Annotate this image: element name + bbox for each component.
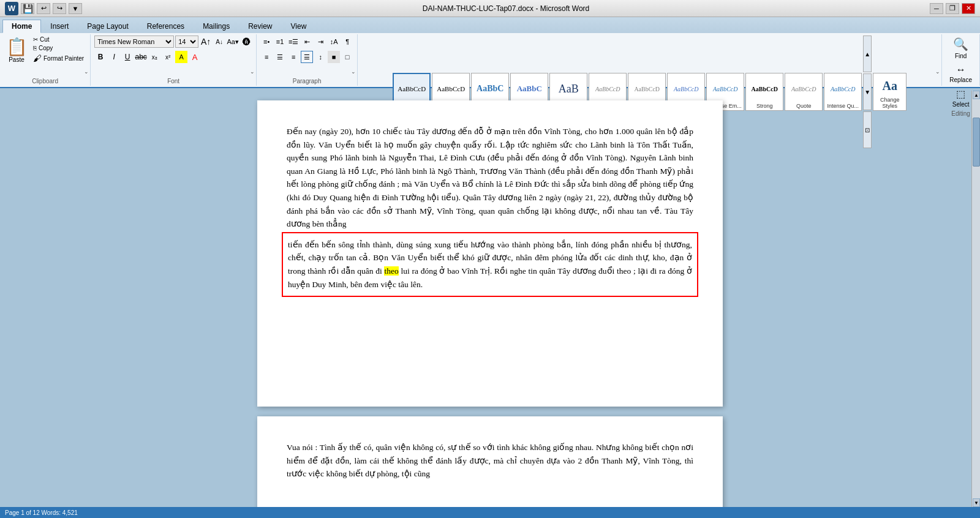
style-strong[interactable]: AaBbCcD Strong — [745, 73, 783, 111]
paragraph-expander[interactable]: ⌄ — [351, 69, 356, 75]
paste-label: Paste — [9, 56, 24, 63]
font-name-select[interactable]: Times New Roman — [94, 36, 174, 48]
replace-icon: ↔ — [956, 64, 966, 75]
page2-text: Vua nói : Tình ấy thế có, quân viện khôn… — [287, 441, 693, 481]
style-quote-label: Quote — [796, 103, 812, 109]
find-button[interactable]: 🔍 Find — [949, 36, 972, 61]
format-painter-button[interactable]: 🖌 Format Painter — [31, 53, 86, 64]
cut-button[interactable]: ✂ Cut — [31, 36, 86, 43]
subscript-btn[interactable]: x₂ — [148, 51, 160, 63]
status-bar: Page 1 of 12 Words: 4,521 — [0, 507, 980, 518]
styles-expander[interactable]: ⌄ — [935, 69, 940, 75]
page-2: Vua nói : Tình ấy thế có, quân viện khôn… — [257, 416, 723, 516]
customize-quick-btn[interactable]: ▼ — [69, 3, 82, 14]
scrollbar-thumb[interactable] — [973, 118, 980, 167]
page-1: Đến nay (ngày 20), hơn 10 chiếc tàu Tây … — [257, 100, 723, 407]
scrollbar-up-btn[interactable]: ▲ — [973, 91, 980, 99]
show-marks-btn[interactable]: ¶ — [341, 36, 353, 48]
save-quick-btn[interactable]: 💾 — [21, 3, 34, 14]
clipboard-content: 📋 Paste ✂ Cut ⎘ Copy 🖌 Format Painter — [4, 36, 86, 77]
align-left-btn[interactable]: ≡ — [260, 51, 273, 63]
clipboard-group: 📋 Paste ✂ Cut ⎘ Copy 🖌 Format Painter Cl… — [0, 34, 91, 86]
styles-scroll-down[interactable]: ▼ — [863, 73, 872, 110]
line-spacing-btn[interactable]: ↕ — [314, 51, 326, 63]
shrink-font-btn[interactable]: A↓ — [213, 36, 225, 48]
styles-scroll-up[interactable]: ▲ — [863, 36, 872, 72]
page1-text-before: Đến nay (ngày 20), hơn 10 chiếc tàu Tây … — [287, 125, 693, 231]
style-subtle-em-preview: AaBbCcD — [634, 75, 660, 103]
style-emphasis-preview: AaBbCcD — [674, 75, 699, 103]
vertical-scrollbar[interactable]: ▲ ▼ — [971, 91, 980, 507]
tab-mailings[interactable]: Mailings — [194, 20, 239, 33]
font-color-btn[interactable]: A — [189, 51, 201, 63]
cut-label: Cut — [40, 36, 50, 43]
decrease-indent-btn[interactable]: ⇤ — [301, 36, 313, 48]
restore-btn[interactable]: ❐ — [946, 3, 959, 14]
para-row-2: ≡ ☰ ≡ ☰ ↕ ■ □ — [260, 51, 353, 63]
title-bar: W 💾 ↩ ↪ ▼ DAI-NAM-THUC-LUC-Tap07.docx - … — [0, 0, 980, 17]
clear-format-btn[interactable]: 🅐 — [240, 36, 252, 48]
format-painter-label: Format Painter — [43, 55, 84, 62]
italic-btn[interactable]: I — [108, 51, 120, 63]
change-case-btn[interactable]: Aa▾ — [227, 36, 239, 48]
change-styles-btn[interactable]: Aa ChangeStyles — [873, 73, 907, 111]
style-heading1-preview: AaBbC — [477, 75, 503, 103]
superscript-btn[interactable]: x² — [162, 51, 174, 63]
tab-references[interactable]: References — [138, 20, 194, 33]
increase-indent-btn[interactable]: ⇥ — [314, 36, 326, 48]
tab-review[interactable]: Review — [239, 20, 281, 33]
multilevel-btn[interactable]: ≡☰ — [287, 36, 300, 48]
sort-btn[interactable]: ↕A — [328, 36, 340, 48]
clipboard-label: Clipboard — [32, 77, 58, 84]
copy-button[interactable]: ⎘ Copy — [31, 44, 86, 52]
numbering-btn[interactable]: ≡1 — [274, 36, 286, 48]
style-intense-quote-preview: AaBbCcD — [831, 75, 856, 103]
tab-insert[interactable]: Insert — [41, 20, 78, 33]
clipboard-expander[interactable]: ⌄ — [84, 69, 89, 75]
style-strong-preview: AaBbCcD — [752, 75, 778, 103]
style-intense-quote[interactable]: AaBbCcD Intense Qu... — [824, 73, 862, 111]
minimize-btn[interactable]: ─ — [930, 3, 943, 14]
style-quote[interactable]: AaBbCcD Quote — [785, 73, 823, 111]
undo-quick-btn[interactable]: ↩ — [37, 3, 50, 14]
styles-scroll-area: ▲ ▼ ⊡ — [863, 36, 872, 148]
scrollbar-down-btn[interactable]: ▼ — [973, 498, 980, 507]
close-btn[interactable]: ✕ — [962, 3, 975, 14]
underline-btn[interactable]: U — [121, 51, 134, 63]
highlight-btn[interactable]: A — [175, 51, 187, 63]
style-no-spacing-preview: AaBbCcD — [437, 75, 465, 103]
quick-access-toolbar[interactable]: W 💾 ↩ ↪ ▼ — [5, 2, 82, 15]
strikethrough-btn[interactable]: abc — [135, 51, 147, 63]
font-label: Font — [167, 77, 179, 84]
bold-btn[interactable]: B — [94, 51, 107, 63]
select-icon: ⬚ — [956, 88, 965, 100]
copy-icon: ⎘ — [33, 45, 37, 51]
style-strong-label: Strong — [756, 103, 773, 109]
paste-icon: 📋 — [7, 37, 26, 56]
clipboard-small-buttons: ✂ Cut ⎘ Copy 🖌 Format Painter — [31, 36, 86, 64]
font-size-select[interactable]: 14 — [175, 36, 198, 48]
font-group: Times New Roman 14 A↑ A↓ Aa▾ 🅐 B I U abc… — [91, 34, 257, 86]
styles-more-btn[interactable]: ⊡ — [863, 111, 872, 148]
tab-bar: Home Insert Page Layout References Maili… — [0, 17, 980, 33]
tab-home[interactable]: Home — [2, 20, 41, 33]
border-btn[interactable]: □ — [341, 51, 353, 63]
select-label: Select — [952, 101, 970, 108]
cut-icon: ✂ — [33, 36, 38, 43]
redo-quick-btn[interactable]: ↪ — [53, 3, 66, 14]
grow-font-btn[interactable]: A↑ — [200, 36, 212, 48]
align-right-btn[interactable]: ≡ — [287, 51, 300, 63]
style-title-preview: AaB — [559, 75, 579, 103]
justify-btn[interactable]: ☰ — [301, 51, 313, 63]
shading-btn[interactable]: ■ — [328, 51, 340, 63]
align-center-btn[interactable]: ☰ — [274, 51, 286, 63]
paste-button[interactable]: 📋 Paste — [4, 36, 29, 64]
replace-button[interactable]: ↔ Replace — [946, 63, 976, 84]
tab-page-layout[interactable]: Page Layout — [78, 20, 137, 33]
bullets-btn[interactable]: ≡• — [260, 36, 273, 48]
word-logo: W — [5, 2, 18, 15]
select-button[interactable]: ⬚ Select — [949, 87, 973, 109]
font-expander[interactable]: ⌄ — [250, 69, 255, 75]
tab-view[interactable]: View — [282, 20, 316, 33]
window-controls[interactable]: ─ ❐ ✕ — [930, 3, 975, 14]
